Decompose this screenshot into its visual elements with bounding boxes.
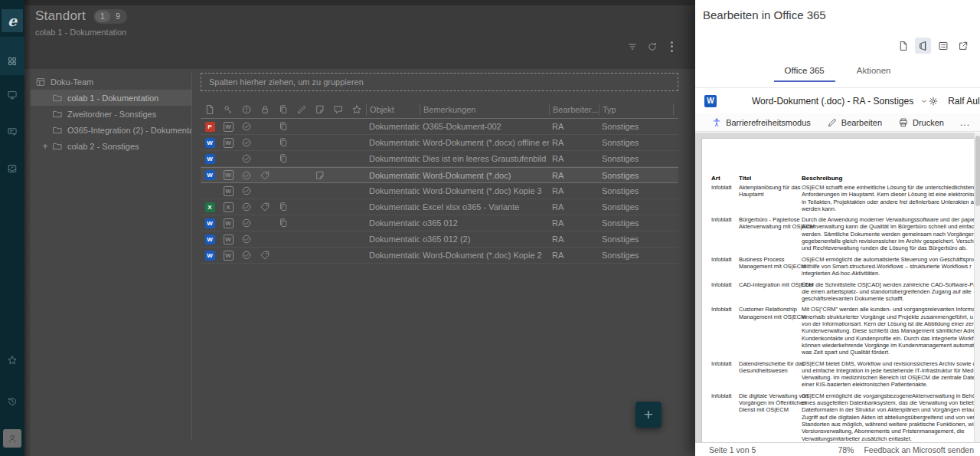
tree-grid-divider bbox=[191, 73, 192, 441]
doc-cell-beschreibung: OS|ECM ermöglicht die vorgangsbezogeneAk… bbox=[802, 392, 974, 442]
table-row[interactable]: WDokumentationDies ist ein leeres Graust… bbox=[201, 151, 678, 167]
tree-item[interactable]: +colab 2 - Sonstiges bbox=[31, 138, 191, 154]
excel-file-icon: X bbox=[205, 202, 215, 212]
rail-item-grid[interactable] bbox=[3, 52, 21, 71]
panel-view-external-button[interactable] bbox=[955, 38, 971, 54]
tab-office-365[interactable]: Office 365 bbox=[785, 66, 825, 82]
signed-in-user[interactable]: Ralf Aulich bbox=[948, 96, 980, 107]
star-icon[interactable] bbox=[348, 104, 366, 115]
doc-cell-titel: Aktenplanlösung für dasHauptamt bbox=[739, 184, 802, 212]
column-header-typ[interactable]: Typ bbox=[599, 104, 674, 116]
more-actions-button[interactable]: ... bbox=[960, 117, 970, 128]
table-row[interactable]: WWDokumentationWord-Dokument (*.docx) of… bbox=[201, 135, 678, 151]
table-row[interactable]: WWDokumentationWord-Dokument (*.doc)RASo… bbox=[201, 167, 678, 183]
doc-cell-art: Infoblatt bbox=[711, 256, 739, 277]
kebab-menu-icon[interactable] bbox=[665, 40, 678, 53]
note-icon[interactable] bbox=[311, 104, 329, 115]
table-row[interactable]: XXDokumentationExcel xlsx o365 - Variant… bbox=[201, 199, 678, 215]
check-icon bbox=[237, 137, 256, 148]
tree-item[interactable]: colab 1 - Dokumentation bbox=[31, 90, 191, 106]
tree-item[interactable]: Doku-Team bbox=[31, 74, 191, 90]
folder-icon bbox=[52, 109, 63, 120]
viewer-scrollbar-thumb[interactable] bbox=[975, 136, 980, 206]
rail-item-chat-card[interactable] bbox=[3, 123, 21, 141]
table-row[interactable]: WDokumentationWord-Dokument (*.doc) Kopi… bbox=[201, 183, 678, 199]
doc-table-row: InfoblattCustomer RelationshipManagement… bbox=[711, 306, 974, 356]
selected-count-badge: 1 bbox=[95, 11, 110, 22]
cell-bearbeiter: RA bbox=[549, 202, 599, 212]
group-by-bar[interactable]: Spalten hierher ziehen, um zu gruppieren bbox=[201, 73, 678, 91]
rail-item-tray[interactable] bbox=[3, 159, 21, 178]
rail-item-monitor[interactable] bbox=[3, 86, 21, 104]
cell-bemerkungen: Word-Dokument (*.doc) bbox=[420, 171, 549, 180]
chevron-down-icon[interactable] bbox=[920, 97, 928, 105]
star-icon bbox=[7, 355, 18, 366]
chat-card-icon bbox=[7, 126, 18, 137]
top-strip bbox=[24, 0, 695, 5]
word-file-icon: W bbox=[205, 218, 215, 228]
status-icon[interactable] bbox=[237, 104, 256, 115]
cell-objekt: Dokumentation bbox=[366, 186, 420, 195]
panel-view-file-button[interactable] bbox=[895, 38, 911, 54]
page-icon[interactable] bbox=[201, 104, 219, 115]
lock-icon[interactable] bbox=[256, 104, 274, 115]
filter-icon[interactable] bbox=[626, 40, 639, 53]
tree-expander-icon[interactable]: + bbox=[41, 141, 50, 152]
page-header: Standort 1 9 colab 1 - Dokumentation bbox=[24, 0, 695, 69]
document-page: Art Titel Beschreibung InfoblattAktenpla… bbox=[701, 138, 974, 442]
table-row[interactable]: PWDokumentationO365-Dokument-002RASonsti… bbox=[201, 119, 678, 135]
panel-view-office-button[interactable] bbox=[915, 38, 931, 54]
rail-shadow bbox=[24, 0, 31, 456]
column-header-bem[interactable]: Bemerkungen bbox=[420, 104, 549, 116]
word-file-icon: W bbox=[205, 235, 215, 244]
document-title-dropdown[interactable]: Word-Dokument (.doc) - RA - Sonstiges bbox=[752, 96, 913, 107]
bubble-icon[interactable] bbox=[329, 104, 348, 115]
viewer-scrollbar[interactable] bbox=[974, 133, 980, 442]
zoom-level[interactable]: 78% bbox=[838, 445, 854, 454]
rail-item-history[interactable] bbox=[3, 392, 21, 411]
rail-item-star[interactable] bbox=[3, 351, 21, 369]
user-avatar[interactable] bbox=[3, 429, 21, 448]
action-label: Bearbeiten bbox=[841, 118, 882, 127]
table-row[interactable]: WWDokumentationo365 012 (2)RASonstiges bbox=[201, 231, 678, 248]
table-row[interactable]: WWDokumentationo365 012RASonstiges bbox=[201, 215, 678, 231]
check-icon bbox=[237, 234, 256, 244]
office365-panel: Bearbeiten in Office 365 Office 365Aktio… bbox=[695, 0, 980, 456]
column-header-objekt[interactable]: Objekt bbox=[366, 104, 420, 116]
copy-icon[interactable] bbox=[274, 104, 292, 115]
action-printer[interactable]: Drucken bbox=[898, 117, 944, 128]
panel-view-list-button[interactable] bbox=[935, 38, 951, 54]
panel-view-switcher bbox=[895, 38, 971, 54]
doc-cell-beschreibung: Mit OS|"CRM" werden alle kunden- und vor… bbox=[802, 306, 974, 356]
add-object-fab[interactable]: + bbox=[635, 402, 662, 428]
cell-bearbeiter: RA bbox=[549, 154, 599, 163]
doc-cell-art: Infoblatt bbox=[711, 184, 739, 212]
table-row[interactable]: WWDokumentationWord-Dokument (*.doc) Kop… bbox=[201, 248, 678, 264]
document-viewer: Art Titel Beschreibung InfoblattAktenpla… bbox=[695, 133, 980, 442]
copy-icon bbox=[274, 121, 292, 132]
gear-icon[interactable] bbox=[928, 96, 939, 107]
tree-item[interactable]: Zweitordner - Sonstiges bbox=[31, 106, 191, 122]
tree-item-label: Doku-Team bbox=[51, 77, 93, 87]
doc-table-row: InfoblattDie digitale Verwaltung vonVorg… bbox=[711, 392, 974, 442]
pencil-icon[interactable] bbox=[292, 104, 311, 115]
tab-aktionen[interactable]: Aktionen bbox=[857, 66, 891, 82]
feedback-link[interactable]: Feedback an Microsoft senden bbox=[864, 445, 974, 454]
action-pencil[interactable]: Bearbeiten bbox=[827, 117, 882, 128]
doc-cell-art: Infoblatt bbox=[711, 216, 739, 251]
key-icon[interactable] bbox=[219, 104, 237, 115]
action-accessibility[interactable]: Barrierefreiheitsmodus bbox=[711, 117, 811, 128]
refresh-icon[interactable] bbox=[645, 40, 658, 53]
panel-title: Bearbeiten in Office 365 bbox=[703, 8, 826, 21]
grid-header: ObjektBemerkungenBearbeiter...Typ bbox=[201, 101, 678, 119]
tree-item[interactable]: O365-Integration (2) - Dokumentation bbox=[31, 122, 191, 138]
enaio-logo: e bbox=[2, 9, 23, 32]
cell-typ: Sonstiges bbox=[599, 186, 674, 195]
cell-objekt: Dokumentation bbox=[366, 154, 420, 163]
column-header-bearb[interactable]: Bearbeiter... bbox=[549, 104, 599, 116]
copy-icon bbox=[274, 137, 292, 148]
cell-bemerkungen: Word-Dokument (*.doc) Kopie 3 bbox=[420, 186, 549, 195]
word-linked-icon: W bbox=[224, 218, 234, 228]
app-window: e Standort 1 9 colab 1 - Dokumentation D… bbox=[0, 0, 980, 456]
doc-cell-beschreibung: OS|ECM ermöglicht die automatisierte Ste… bbox=[802, 256, 974, 277]
